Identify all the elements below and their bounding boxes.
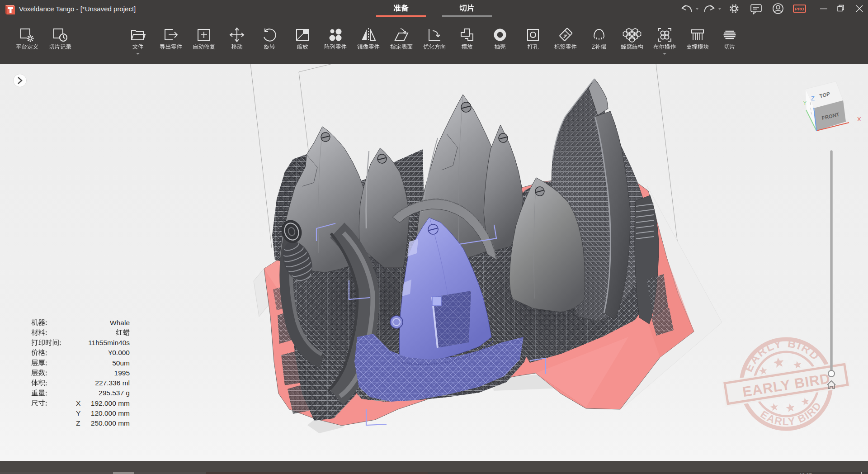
svg-text:192.000 mm: 192.000 mm [91, 399, 130, 407]
svg-text:227.336 ml: 227.336 ml [95, 379, 130, 387]
svg-text:295.537 g: 295.537 g [99, 389, 130, 397]
svg-text:1995: 1995 [114, 369, 130, 377]
svg-text:250.000 mm: 250.000 mm [91, 419, 130, 427]
svg-text:Z: Z [76, 419, 80, 427]
svg-text:120.000 mm: 120.000 mm [91, 409, 130, 417]
svg-text:50um: 50um [112, 359, 130, 367]
svg-text:11h55min40s: 11h55min40s [88, 339, 130, 346]
svg-text:Z: Z [811, 95, 815, 102]
svg-text:PRO: PRO [795, 6, 804, 11]
svg-text:Y: Y [803, 100, 807, 106]
svg-text:X: X [76, 399, 81, 407]
svg-text:Whale: Whale [110, 319, 130, 327]
svg-text:X: X [857, 116, 861, 123]
svg-text:Voxeldance Tango - [*Unsaved p: Voxeldance Tango - [*Unsaved project] [19, 5, 136, 13]
svg-text:Y: Y [76, 409, 80, 417]
svg-text:¥0.000: ¥0.000 [108, 349, 130, 356]
